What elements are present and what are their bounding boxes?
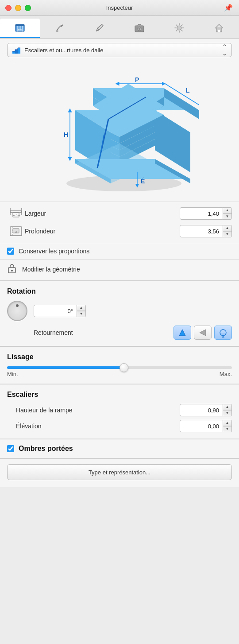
svg-line-16: [176, 25, 177, 26]
window-title: Inspecteur: [106, 4, 133, 11]
minimize-button[interactable]: [15, 5, 21, 11]
slider-fill: [7, 366, 124, 369]
tab-pencil[interactable]: [80, 19, 120, 38]
tab-measure[interactable]: mm: [0, 19, 40, 38]
hauteur-stepper-down[interactable]: ▼: [223, 410, 231, 416]
object-type-dropdown[interactable]: Escaliers et ou...rtures de dalle ⌃⌄: [7, 43, 232, 57]
width-icon: [9, 206, 23, 221]
stair-diagram-svg: P L H É: [40, 66, 199, 194]
ombres-row: Ombres portées: [0, 439, 239, 458]
rotation-stepper-up[interactable]: ▲: [77, 305, 85, 311]
rotation-input-wrap: ▲ ▼: [34, 305, 86, 317]
hauteur-input[interactable]: [180, 404, 223, 416]
profondeur-input[interactable]: [180, 225, 223, 237]
lock-icon: [7, 263, 17, 275]
profondeur-input-wrap: ▲ ▼: [180, 225, 232, 237]
svg-text:P: P: [135, 76, 139, 83]
svg-rect-23: [15, 50, 18, 54]
depth-icon: ⊿: [9, 224, 23, 238]
largeur-row: Largeur ▲ ▼: [7, 206, 232, 221]
profondeur-stepper-down[interactable]: ▼: [223, 231, 231, 237]
rotation-input[interactable]: [34, 305, 77, 317]
largeur-input[interactable]: [180, 207, 223, 220]
lissage-section: Lissage Min. Max.: [0, 347, 239, 384]
maximize-button[interactable]: [25, 5, 31, 11]
brush-icon: [54, 22, 66, 34]
elevation-stepper-up[interactable]: ▲: [223, 420, 231, 426]
slider-thumb[interactable]: [120, 363, 128, 372]
svg-text:mm: mm: [18, 28, 22, 31]
svg-marker-73: [200, 330, 206, 336]
tab-brush[interactable]: [40, 19, 80, 38]
toolbar: mm: [0, 16, 239, 39]
lissage-title: Lissage: [7, 353, 232, 361]
profondeur-label: Profondeur: [25, 228, 180, 235]
rotation-stepper-down[interactable]: ▼: [77, 311, 85, 317]
tab-house[interactable]: [199, 19, 239, 38]
retournement-buttons: [173, 326, 232, 340]
svg-marker-72: [179, 330, 185, 336]
rotation-section: Rotation ▲ ▼ Retournement: [0, 281, 239, 346]
elevation-input-wrap: ▲ ▼: [180, 420, 232, 432]
slider-track: [7, 366, 232, 369]
largeur-stepper-down[interactable]: ▼: [223, 213, 231, 219]
svg-text:L: L: [186, 87, 190, 94]
conserver-label: Conserver les proportions: [19, 248, 89, 255]
elevation-stepper-down[interactable]: ▼: [223, 426, 231, 432]
svg-marker-74: [222, 336, 224, 338]
flip-vertical-icon: [177, 328, 187, 338]
svg-point-10: [139, 28, 141, 30]
largeur-stepper-up[interactable]: ▲: [223, 208, 231, 213]
elevation-input[interactable]: [180, 420, 223, 432]
measure-icon: mm: [14, 22, 26, 34]
profondeur-stepper[interactable]: ▲ ▼: [223, 225, 232, 237]
rotation-row: ▲ ▼: [7, 301, 232, 321]
svg-line-19: [176, 30, 177, 31]
profondeur-row: ⊿ Profondeur ▲ ▼: [7, 224, 232, 238]
elevation-label: Élévation: [16, 423, 180, 430]
titlebar: Inspecteur 📌: [0, 0, 239, 16]
ombres-checkbox[interactable]: [7, 445, 14, 452]
largeur-stepper[interactable]: ▲ ▼: [223, 207, 232, 220]
conserver-checkbox[interactable]: [7, 248, 14, 255]
elevation-row: Élévation ▲ ▼: [7, 420, 232, 432]
elevation-stepper[interactable]: ▲ ▼: [223, 420, 232, 432]
stair-diagram: P L H É: [0, 62, 239, 202]
ombres-label: Ombres portées: [19, 445, 73, 453]
svg-rect-1: [15, 24, 24, 26]
hauteur-label: Hauteur de la rampe: [16, 407, 180, 414]
type-representation-button[interactable]: Type et représentation...: [7, 464, 232, 480]
svg-point-11: [177, 26, 181, 30]
hauteur-stepper[interactable]: ▲ ▼: [223, 404, 232, 416]
geometrie-row[interactable]: Modifier la géométrie: [0, 260, 239, 281]
chevron-down-icon: ⌃⌄: [222, 43, 227, 57]
hauteur-row: Hauteur de la rampe ▲ ▼: [7, 404, 232, 416]
flip-vertical-button[interactable]: [173, 326, 191, 340]
rotation-dial[interactable]: [7, 301, 27, 321]
svg-text:H: H: [64, 131, 68, 138]
close-button[interactable]: [5, 5, 12, 11]
retournement-label: Retournement: [34, 329, 173, 336]
rotation-stepper[interactable]: ▲ ▼: [77, 305, 86, 317]
profondeur-stepper-up[interactable]: ▲: [223, 225, 231, 231]
escaliers-title: Escaliers: [7, 391, 232, 399]
pin-icon[interactable]: 📌: [224, 4, 233, 12]
svg-text:É: É: [141, 178, 145, 185]
hauteur-input-wrap: ▲ ▼: [180, 404, 232, 416]
conserver-proportions-row: Conserver les proportions: [0, 243, 239, 260]
stairs-icon: [12, 46, 21, 54]
rotation-title: Rotation: [7, 287, 232, 295]
dial-indicator: [16, 304, 19, 307]
flip-horizontal-icon: [198, 328, 208, 338]
svg-rect-24: [18, 48, 20, 54]
largeur-icon-wrap: [7, 206, 25, 221]
flip-horizontal-button[interactable]: [194, 326, 212, 340]
hauteur-stepper-up[interactable]: ▲: [223, 404, 231, 410]
bottom-btn-row: Type et représentation...: [0, 459, 239, 487]
flip-both-button[interactable]: [214, 326, 232, 340]
house-icon: [213, 22, 225, 34]
tab-light[interactable]: [159, 19, 199, 38]
svg-point-7: [56, 30, 58, 32]
svg-rect-22: [12, 51, 15, 54]
tab-camera[interactable]: [120, 19, 159, 38]
